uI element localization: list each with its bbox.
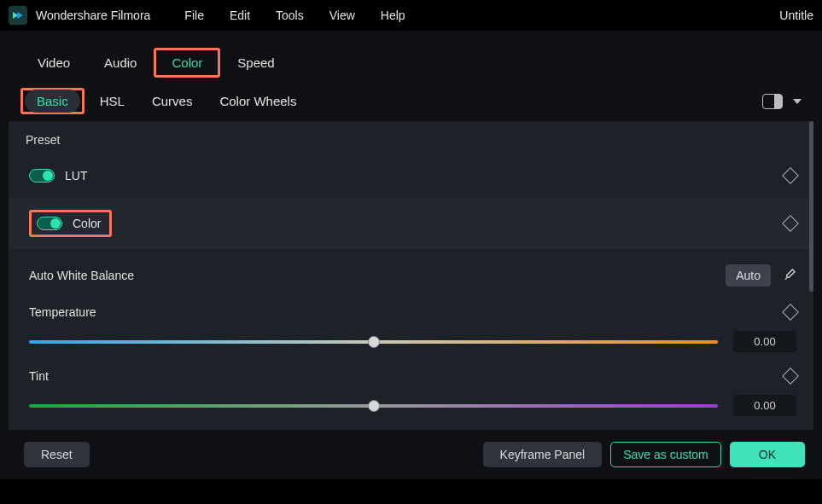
subtab-basic[interactable]: Basic <box>25 90 80 113</box>
temperature-label: Temperature <box>29 305 96 319</box>
title-bar: Wondershare Filmora File Edit Tools View… <box>0 0 822 31</box>
tint-group: Tint 0.00 <box>9 357 813 430</box>
compare-view-icon[interactable] <box>762 94 783 109</box>
tint-label: Tint <box>29 369 49 383</box>
tab-audio[interactable]: Audio <box>87 49 154 77</box>
chevron-down-icon[interactable] <box>793 99 802 104</box>
menu-view[interactable]: View <box>329 9 355 22</box>
ok-button[interactable]: OK <box>730 442 805 467</box>
lut-row: LUT <box>9 160 813 191</box>
subtab-hsl[interactable]: HSL <box>100 94 125 108</box>
footer-bar: Reset Keyframe Panel Save as custom OK <box>0 430 822 479</box>
color-keyframe-icon[interactable] <box>782 215 799 232</box>
temperature-slider-thumb[interactable] <box>368 336 380 348</box>
app-logo-icon <box>9 6 27 25</box>
menu-bar: File Edit Tools View Help <box>184 9 405 22</box>
menu-edit[interactable]: Edit <box>230 9 250 22</box>
property-tabs: Video Audio Color Speed <box>0 31 822 78</box>
tab-speed[interactable]: Speed <box>220 49 291 77</box>
temperature-value[interactable]: 0.00 <box>733 331 796 352</box>
app-title: Wondershare Filmora <box>36 9 150 22</box>
subtab-color-wheels[interactable]: Color Wheels <box>219 94 296 108</box>
tutorial-highlight-basic-tab: Basic <box>20 88 85 114</box>
color-toggle[interactable] <box>37 217 62 230</box>
lut-label: LUT <box>65 169 87 182</box>
color-section: Color <box>9 198 813 249</box>
eyedropper-icon[interactable] <box>783 268 796 284</box>
awb-label: Auto White Balance <box>29 269 134 282</box>
document-title: Untitle <box>779 9 813 22</box>
menu-tools[interactable]: Tools <box>276 9 304 22</box>
panel-scrollbar[interactable] <box>809 121 813 292</box>
menu-help[interactable]: Help <box>381 9 405 22</box>
tutorial-highlight-color-tab: Color <box>154 48 220 78</box>
menu-file[interactable]: File <box>184 9 204 22</box>
keyframe-panel-button[interactable]: Keyframe Panel <box>483 442 603 467</box>
color-basic-panel: Preset LUT Color Auto White Balance Auto <box>9 121 813 430</box>
tint-slider-thumb[interactable] <box>368 400 380 412</box>
color-sub-tabs: Basic HSL Curves Color Wheels <box>0 78 822 121</box>
temperature-keyframe-icon[interactable] <box>782 304 799 321</box>
tint-slider[interactable] <box>29 404 718 408</box>
preset-section-label: Preset <box>9 121 813 160</box>
subtab-curves[interactable]: Curves <box>152 94 193 108</box>
temperature-group: Temperature 0.00 <box>9 293 813 357</box>
auto-button[interactable]: Auto <box>726 264 771 287</box>
save-as-custom-button[interactable]: Save as custom <box>610 442 721 467</box>
temperature-slider[interactable] <box>29 340 718 344</box>
tab-video[interactable]: Video <box>20 49 87 77</box>
tint-keyframe-icon[interactable] <box>782 368 799 385</box>
lut-keyframe-icon[interactable] <box>782 167 799 184</box>
auto-white-balance-row: Auto White Balance Auto <box>9 249 813 293</box>
tab-color[interactable]: Color <box>156 50 218 75</box>
tint-value[interactable]: 0.00 <box>733 395 796 416</box>
lut-toggle[interactable] <box>29 169 55 182</box>
reset-button[interactable]: Reset <box>24 442 90 467</box>
color-label: Color <box>73 217 101 230</box>
tutorial-highlight-color-toggle: Color <box>29 210 112 237</box>
main-panel: Video Audio Color Speed Basic HSL Curves… <box>0 31 822 479</box>
